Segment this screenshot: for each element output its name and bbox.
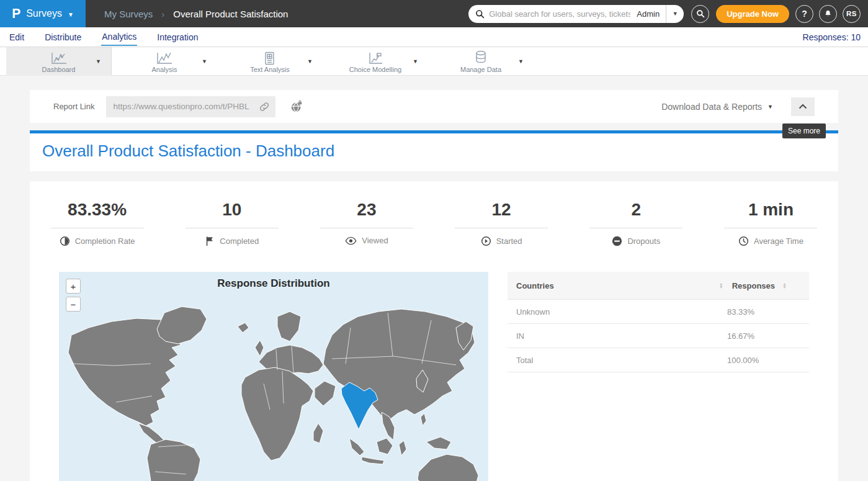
breadcrumb-separator-icon: › — [161, 9, 164, 19]
country-cell: Unknown — [516, 307, 550, 317]
stat-completed: 10 Completed — [164, 200, 299, 248]
search-button[interactable] — [691, 5, 709, 23]
stat-started: 12 Started — [434, 200, 569, 248]
stat-average-time: 1 min Average Time — [704, 200, 838, 248]
country-cell: IN — [516, 331, 524, 341]
search-scope-caret-icon[interactable]: ▼ — [666, 11, 684, 17]
stat-label: Viewed — [362, 236, 388, 245]
completion-gauge-icon — [60, 236, 70, 246]
breadcrumb: My Surveys › Overall Product Satisfactio… — [104, 9, 288, 19]
stat-value: 23 — [299, 200, 434, 220]
countries-table-header: Countries ▲▼ Responses ▲▼ — [508, 272, 809, 300]
column-header-countries[interactable]: Countries — [516, 281, 554, 290]
database-icon — [474, 50, 488, 65]
country-shape — [277, 312, 301, 341]
country-shape — [313, 423, 323, 443]
tab-label: Dashboard — [42, 66, 76, 73]
caret-down-icon[interactable]: ▼ — [518, 58, 524, 65]
tab-manage-data[interactable]: Manage Data ▼ — [428, 47, 534, 76]
stat-completion-rate: 83.33% Completion Rate — [30, 200, 164, 248]
help-button[interactable]: ? — [795, 5, 813, 23]
report-link-bar: Report Link Download Data & Reports ▼ — [30, 90, 838, 123]
country-shape — [426, 437, 451, 449]
country-shape — [418, 454, 478, 481]
caret-down-icon[interactable]: ▼ — [413, 58, 418, 65]
responses-count: Responses: 10 — [803, 32, 861, 42]
survey-nav: Edit Distribute Analytics Integration Re… — [0, 27, 868, 47]
nav-tab-distribute[interactable]: Distribute — [44, 29, 82, 45]
response-distribution-map[interactable]: Response Distribution + − — [59, 272, 488, 481]
breadcrumb-survey-title: Overall Product Satisfaction — [173, 9, 288, 19]
notifications-button[interactable] — [819, 5, 837, 23]
country-shape — [421, 413, 426, 426]
see-more-tooltip: See more — [782, 124, 826, 138]
search-icon — [696, 9, 705, 18]
table-row: Unknown 83.33% — [508, 300, 809, 324]
world-map[interactable] — [59, 290, 488, 481]
stat-value: 12 — [434, 200, 569, 220]
caret-down-icon: ▼ — [767, 104, 773, 110]
analysis-chart-icon — [155, 50, 174, 65]
global-search[interactable]: Admin ▼ — [468, 5, 684, 23]
country-shape — [315, 381, 336, 406]
clock-icon — [738, 236, 749, 246]
top-header: P Surveys ▼ My Surveys › Overall Product… — [0, 0, 868, 27]
country-cell: Total — [516, 356, 533, 365]
search-input[interactable] — [489, 9, 630, 19]
countries-table: Countries ▲▼ Responses ▲▼ Unknown 83.33%… — [508, 272, 809, 481]
text-analysis-icon — [263, 50, 277, 65]
nav-tab-edit[interactable]: Edit — [9, 29, 25, 45]
app-logo[interactable]: P Surveys ▼ — [0, 0, 86, 27]
stats-row: 83.33% Completion Rate 10 Completed 23 V… — [30, 200, 838, 248]
report-url-box[interactable] — [106, 96, 275, 117]
caret-down-icon[interactable]: ▼ — [96, 58, 101, 65]
map-zoom-in-button[interactable]: + — [66, 279, 81, 294]
flag-icon — [205, 236, 215, 246]
country-shape — [238, 323, 249, 333]
upgrade-now-button[interactable]: Upgrade Now — [716, 5, 789, 23]
sort-icon[interactable]: ▲▼ — [782, 282, 787, 289]
link-icon[interactable] — [259, 101, 270, 112]
stat-value: 1 min — [704, 200, 838, 220]
stat-value: 10 — [164, 200, 299, 220]
map-title: Response Distribution — [59, 272, 488, 290]
sort-icon[interactable]: ▲▼ — [719, 282, 723, 289]
see-more-toggle-button[interactable] — [791, 97, 815, 116]
country-shape — [157, 307, 207, 344]
tab-dashboard[interactable]: Dashboard ▼ — [6, 47, 112, 76]
country-shape — [255, 340, 264, 356]
caret-down-icon[interactable]: ▼ — [307, 58, 313, 65]
stat-value: 83.33% — [30, 200, 164, 220]
nav-tab-integration[interactable]: Integration — [156, 29, 199, 45]
search-icon — [475, 9, 485, 19]
download-data-reports-dropdown[interactable]: Download Data & Reports ▼ — [661, 102, 773, 112]
minus-circle-icon — [612, 236, 622, 246]
country-shape — [349, 438, 364, 456]
country-shape — [399, 441, 406, 456]
stat-value: 2 — [569, 200, 704, 220]
tab-text-analysis[interactable]: Text Analysis ▼ — [217, 47, 323, 76]
globe-lock-icon[interactable] — [290, 100, 303, 114]
map-zoom-out-button[interactable]: − — [66, 297, 81, 312]
stat-dropouts: 2 Dropouts — [569, 200, 704, 248]
responses-cell: 100.00% — [727, 356, 787, 365]
search-scope-label[interactable]: Admin — [630, 9, 666, 19]
column-header-responses[interactable]: Responses — [732, 281, 775, 290]
stat-label: Completion Rate — [75, 236, 135, 246]
country-shape — [241, 367, 313, 461]
stat-label: Started — [496, 236, 522, 246]
tab-choice-modelling[interactable]: Choice Modelling ▼ — [323, 47, 428, 76]
tab-label: Manage Data — [460, 66, 501, 73]
caret-down-icon[interactable]: ▼ — [202, 58, 207, 65]
country-shape — [377, 438, 393, 454]
country-shape — [362, 457, 384, 464]
nav-tab-analytics[interactable]: Analytics — [101, 28, 137, 46]
analytics-toolbar: Dashboard ▼ Analysis ▼ Text Analysis ▼ C… — [0, 47, 868, 76]
report-url-input[interactable] — [113, 102, 256, 111]
page-title: Overall Product Satisfaction - Dashboard — [42, 142, 826, 161]
user-avatar[interactable]: RS — [843, 5, 861, 23]
tab-analysis[interactable]: Analysis ▼ — [112, 47, 217, 76]
stat-label: Dropouts — [627, 236, 660, 246]
dashboard-chart-icon — [50, 50, 68, 65]
breadcrumb-my-surveys[interactable]: My Surveys — [104, 9, 153, 19]
